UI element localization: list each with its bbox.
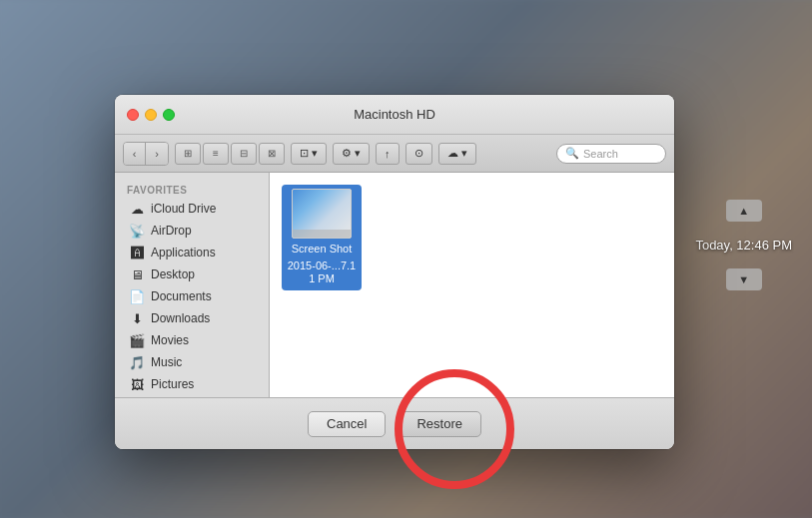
- sidebar-item-airdrop[interactable]: 📡 AirDrop: [117, 220, 267, 242]
- sidebar-item-desktop[interactable]: 🖥 Desktop: [117, 263, 267, 285]
- icon-view-button[interactable]: ⊞: [175, 143, 201, 165]
- view-buttons: ⊞ ≡ ⊟ ⊠: [175, 143, 285, 165]
- nav-buttons: ‹ ›: [123, 142, 169, 166]
- back-button[interactable]: ‹: [124, 143, 146, 165]
- close-button[interactable]: [127, 109, 139, 121]
- time-machine-panel: ▲ Today, 12:46 PM ▼: [695, 200, 792, 290]
- title-bar: Macintosh HD: [115, 95, 674, 135]
- desktop-icon: 🖥: [129, 266, 145, 282]
- sidebar-label-pictures: Pictures: [151, 377, 194, 391]
- cloud-icon: ☁: [447, 147, 458, 160]
- movies-icon: 🎬: [129, 332, 145, 348]
- file-thumbnail: [292, 189, 352, 239]
- sidebar-label-downloads: Downloads: [151, 311, 210, 325]
- music-icon: 🎵: [129, 354, 145, 370]
- sidebar-item-downloads[interactable]: ⬇ Downloads: [117, 307, 267, 329]
- sidebar-item-music[interactable]: 🎵 Music: [117, 351, 267, 373]
- sidebar-item-applications[interactable]: 🅰 Applications: [117, 242, 267, 263]
- column-view-button[interactable]: ⊟: [231, 143, 257, 165]
- arrange-chevron: ▾: [312, 147, 318, 160]
- sidebar-label-movies: Movies: [151, 333, 189, 347]
- cloud-button[interactable]: ☁ ▾: [438, 143, 476, 165]
- list-view-button[interactable]: ≡: [203, 143, 229, 165]
- file-item-screenshot[interactable]: Screen Shot 2015-06-...7.11 PM: [282, 185, 362, 290]
- search-placeholder: Search: [583, 148, 618, 160]
- downloads-icon: ⬇: [129, 310, 145, 326]
- search-icon: 🔍: [565, 147, 579, 160]
- documents-icon: 📄: [129, 288, 145, 304]
- icloud-icon: ☁: [129, 201, 145, 217]
- sidebar-label-airdrop: AirDrop: [151, 224, 192, 238]
- search-box[interactable]: 🔍 Search: [556, 144, 666, 164]
- sidebar-label-desktop: Desktop: [151, 267, 195, 281]
- flow-view-button[interactable]: ⊠: [259, 143, 285, 165]
- share-button[interactable]: ↑: [376, 143, 400, 165]
- airdrop-icon: 📡: [129, 223, 145, 239]
- time-label: Today, 12:46 PM: [695, 238, 792, 253]
- file-area[interactable]: Screen Shot 2015-06-...7.11 PM: [270, 173, 674, 397]
- arrange-button[interactable]: ⊡ ▾: [291, 143, 327, 165]
- label-button[interactable]: ⊙: [406, 143, 432, 165]
- finder-dialog: Macintosh HD ‹ › ⊞ ≡ ⊟ ⊠ ⊡ ▾ ⚙ ▾ ↑ ⊙ ☁: [115, 95, 674, 449]
- favorites-label: FAVORITES: [115, 181, 269, 198]
- window-title: Macintosh HD: [354, 107, 435, 122]
- action-chevron: ▾: [355, 147, 361, 160]
- file-label-date: 2015-06-...7.11 PM: [286, 259, 358, 285]
- sidebar-label-icloud: iCloud Drive: [151, 202, 216, 216]
- sidebar-item-documents[interactable]: 📄 Documents: [117, 285, 267, 307]
- sidebar-item-icloud-drive[interactable]: ☁ iCloud Drive: [117, 198, 267, 220]
- maximize-button[interactable]: [163, 109, 175, 121]
- sidebar: FAVORITES ☁ iCloud Drive 📡 AirDrop 🅰 App…: [115, 173, 270, 397]
- sidebar-item-movies[interactable]: 🎬 Movies: [117, 329, 267, 351]
- sidebar-label-music: Music: [151, 355, 182, 369]
- restore-button[interactable]: Restore: [398, 411, 481, 437]
- toolbar: ‹ › ⊞ ≡ ⊟ ⊠ ⊡ ▾ ⚙ ▾ ↑ ⊙ ☁ ▾ 🔍: [115, 135, 674, 173]
- forward-button[interactable]: ›: [146, 143, 168, 165]
- tm-up-arrow[interactable]: ▲: [726, 200, 762, 222]
- screenshot-preview: [293, 190, 351, 238]
- label-icon: ⊙: [414, 147, 423, 160]
- tm-down-arrow[interactable]: ▼: [726, 268, 762, 290]
- bottom-bar: Cancel Restore: [115, 397, 674, 449]
- action-button[interactable]: ⚙ ▾: [333, 143, 370, 165]
- content-area: FAVORITES ☁ iCloud Drive 📡 AirDrop 🅰 App…: [115, 173, 674, 397]
- traffic-lights: [127, 109, 175, 121]
- sidebar-item-pictures[interactable]: 🖼 Pictures: [117, 373, 267, 395]
- sidebar-label-applications: Applications: [151, 246, 216, 259]
- file-label-name: Screen Shot: [292, 243, 353, 256]
- cloud-chevron: ▾: [461, 147, 467, 160]
- share-icon: ↑: [385, 148, 391, 160]
- sidebar-label-documents: Documents: [151, 289, 212, 303]
- pictures-icon: 🖼: [129, 376, 145, 392]
- applications-icon: 🅰: [129, 245, 145, 260]
- cancel-button[interactable]: Cancel: [308, 411, 386, 437]
- arrange-icon: ⊡: [300, 147, 309, 160]
- gear-icon: ⚙: [342, 147, 352, 160]
- minimize-button[interactable]: [145, 109, 157, 121]
